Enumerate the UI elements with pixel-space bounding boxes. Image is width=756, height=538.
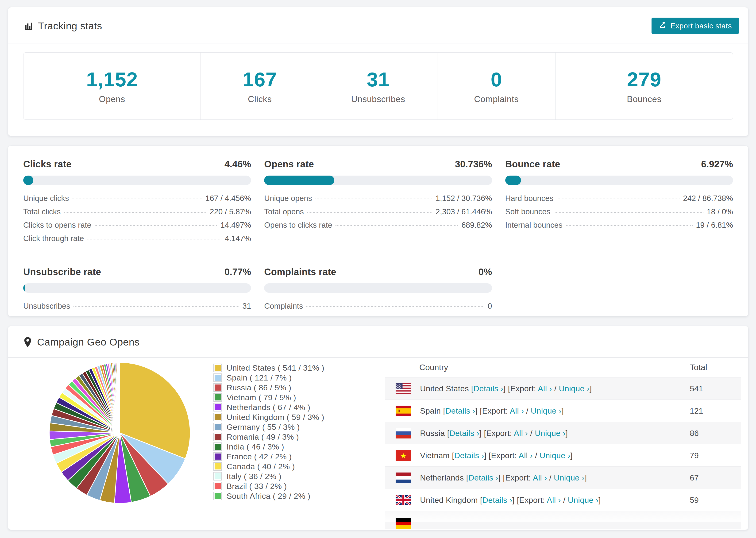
rate-progress-track xyxy=(264,283,492,293)
export-all-link[interactable]: All › xyxy=(514,429,528,438)
country-flag-icon xyxy=(395,383,411,394)
details-link[interactable]: Details › xyxy=(454,451,484,460)
details-link[interactable]: Details › xyxy=(473,384,503,393)
export-all-link[interactable]: All › xyxy=(533,473,547,482)
export-button-label: Export basic stats xyxy=(670,22,732,30)
table-row: United States [Details ›] [Export: All ›… xyxy=(385,377,741,400)
legend-item: France ( 42 / 2% ) xyxy=(213,452,324,461)
export-unique-link[interactable]: Unique › xyxy=(531,406,562,415)
country-name: Vietnam xyxy=(420,451,450,460)
country-flag-icon xyxy=(395,450,411,461)
rate-progress-track xyxy=(23,176,251,185)
summary-value: 279 xyxy=(627,68,662,91)
geo-pie-chart xyxy=(48,361,191,505)
summary-cell: 0 Complaints xyxy=(437,53,556,120)
legend-label: United Kingdom ( 59 / 3% ) xyxy=(227,413,324,422)
details-link[interactable]: Details › xyxy=(482,496,512,505)
table-row: United Kingdom [Details ›] [Export: All … xyxy=(385,489,741,511)
country-name: United States xyxy=(420,384,469,393)
export-unique-link[interactable]: Unique › xyxy=(554,473,585,482)
geo-header: Campaign Geo Opens xyxy=(8,326,748,358)
legend-label: Romania ( 49 / 3% ) xyxy=(227,432,299,442)
country-flag-icon xyxy=(395,518,411,529)
legend-label: France ( 42 / 2% ) xyxy=(227,452,292,461)
rate-detail-label: Hard bounces xyxy=(505,194,553,203)
column-header-total: Total xyxy=(690,363,741,372)
rate-title: Opens rate xyxy=(264,159,314,170)
rate-detail-value: 19 / 6.81% xyxy=(696,221,733,230)
dotted-leader xyxy=(87,239,222,240)
rate-progress-track xyxy=(264,176,492,185)
summary-row: 1,152 Opens 167 Clicks 31 Unsubscribes 0… xyxy=(23,52,733,120)
summary-label: Opens xyxy=(99,94,125,104)
rate-progress-fill xyxy=(505,176,521,185)
geo-body: United States ( 541 / 31% ) Spain ( 121 … xyxy=(8,358,748,522)
summary-value: 0 xyxy=(491,68,502,91)
rate-detail-value: 31 xyxy=(243,301,251,310)
rate-progress-track xyxy=(23,283,251,293)
rate-detail-label: Unsubscribes xyxy=(23,301,70,310)
rate-detail-row: Hard bounces 242 / 86.738% xyxy=(505,194,733,207)
dotted-leader xyxy=(74,306,239,307)
rate-detail-label: Unique opens xyxy=(264,194,312,203)
rate-detail-label: Clicks to opens rate xyxy=(23,221,91,230)
rate-detail-row: Total clicks 220 / 5.87% xyxy=(23,207,251,221)
rate-title: Complaints rate xyxy=(264,267,336,277)
table-row xyxy=(385,511,741,529)
summary-value: 167 xyxy=(243,68,277,91)
export-all-link[interactable]: All › xyxy=(547,496,561,505)
legend-item: Germany ( 55 / 3% ) xyxy=(213,422,324,432)
export-all-link[interactable]: All › xyxy=(510,406,524,415)
country-name: Netherlands xyxy=(420,473,464,482)
summary-label: Clicks xyxy=(248,94,272,104)
legend-label: Russia ( 86 / 5% ) xyxy=(227,383,291,392)
export-unique-link[interactable]: Unique › xyxy=(535,429,566,438)
rate-value: 0% xyxy=(478,267,492,277)
rate-progress-track xyxy=(505,176,733,185)
export-unique-link[interactable]: Unique › xyxy=(559,384,590,393)
rate-detail-label: Unique clicks xyxy=(23,194,69,203)
export-all-link[interactable]: All › xyxy=(538,384,552,393)
rate-detail-label: Total clicks xyxy=(23,207,61,216)
rate-detail-row: Opens to clicks rate 689.82% xyxy=(264,221,492,234)
rate-detail-value: 242 / 86.738% xyxy=(683,194,733,203)
country-total: 86 xyxy=(690,429,741,438)
legend-item: Russia ( 86 / 5% ) xyxy=(213,383,324,393)
legend-swatch xyxy=(213,482,222,490)
rate-detail-label: Click through rate xyxy=(23,234,84,243)
legend-swatch xyxy=(213,403,222,411)
legend-swatch xyxy=(213,393,222,402)
details-link[interactable]: Details › xyxy=(449,429,479,438)
legend-label: Spain ( 121 / 7% ) xyxy=(227,373,292,382)
legend-label: Vietnam ( 79 / 5% ) xyxy=(227,393,296,402)
legend-swatch xyxy=(213,443,222,451)
export-unique-link[interactable]: Unique › xyxy=(540,451,570,460)
rate-progress-fill xyxy=(23,283,25,293)
legend-item: Canada ( 40 / 2% ) xyxy=(213,461,324,471)
export-basic-stats-button[interactable]: Export basic stats xyxy=(652,18,739,34)
legend-label: India ( 46 / 3% ) xyxy=(227,442,284,452)
legend-item: Spain ( 121 / 7% ) xyxy=(213,373,324,383)
country-flag-icon xyxy=(395,405,411,416)
details-link[interactable]: Details › xyxy=(445,406,475,415)
legend-label: United States ( 541 / 31% ) xyxy=(227,363,324,372)
summary-cell: 279 Bounces xyxy=(556,53,733,120)
legend-label: Germany ( 55 / 3% ) xyxy=(227,422,300,432)
tracking-stats-header: Tracking stats Export basic stats xyxy=(8,7,748,43)
export-unique-link[interactable]: Unique › xyxy=(568,496,598,505)
geo-legend: United States ( 541 / 31% ) Spain ( 121 … xyxy=(213,363,324,501)
rate-detail-label: Internal bounces xyxy=(505,221,563,230)
rate-title: Bounce rate xyxy=(505,159,560,170)
rate-value: 30.736% xyxy=(455,159,492,170)
rate-title: Clicks rate xyxy=(23,159,72,170)
campaign-geo-opens-card: Campaign Geo Opens United States ( 541 /… xyxy=(8,326,748,530)
summary-cell: 31 Unsubscribes xyxy=(319,53,437,120)
summary-label: Unsubscribes xyxy=(351,94,405,104)
table-row: Spain [Details ›] [Export: All › / Uniqu… xyxy=(385,400,741,422)
details-link[interactable]: Details › xyxy=(468,473,498,482)
legend-item: Romania ( 49 / 3% ) xyxy=(213,432,324,442)
rate-block: Bounce rate 6.927% Hard bounces 242 / 86… xyxy=(505,159,733,247)
legend-item: Vietnam ( 79 / 5% ) xyxy=(213,393,324,402)
export-all-link[interactable]: All › xyxy=(519,451,533,460)
rate-block: Complaints rate 0% Complaints 0 xyxy=(264,267,492,315)
